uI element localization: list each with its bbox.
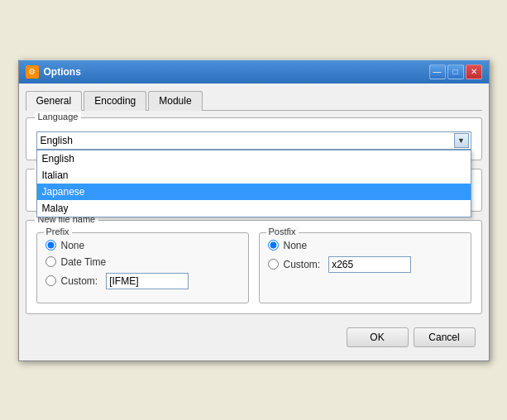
- postfix-none-radio[interactable]: [268, 240, 279, 251]
- prefix-column: Prefix None Date Time Custom:: [36, 232, 249, 303]
- title-bar: ⚙ Options — □ ✕: [19, 60, 489, 84]
- language-dropdown-container: English ▼ English Italian Japanese Malay: [36, 131, 471, 150]
- dropdown-arrow-icon: ▼: [454, 133, 469, 148]
- language-option-italian[interactable]: Italian: [37, 167, 471, 184]
- prefix-custom-label: Custom:: [61, 275, 98, 287]
- tab-encoding[interactable]: Encoding: [84, 91, 146, 111]
- cancel-button[interactable]: Cancel: [414, 327, 476, 347]
- language-selected-value: English: [41, 135, 73, 146]
- postfix-none-label: None: [284, 240, 308, 251]
- language-option-malay[interactable]: Malay: [37, 200, 471, 217]
- postfix-custom-label: Custom:: [284, 259, 321, 270]
- title-bar-left: ⚙ Options: [26, 65, 81, 79]
- window-body: General Encoding Module Language English…: [19, 84, 489, 360]
- ok-button[interactable]: OK: [347, 327, 409, 347]
- prefix-postfix-columns: Prefix None Date Time Custom:: [36, 232, 471, 303]
- prefix-label: Prefix: [44, 227, 72, 236]
- prefix-datetime-radio[interactable]: [45, 256, 56, 267]
- prefix-datetime-label: Date Time: [61, 256, 107, 268]
- title-bar-buttons: — □ ✕: [429, 64, 482, 79]
- new-file-group: New file name Prefix None Date Time: [26, 220, 482, 314]
- close-button[interactable]: ✕: [466, 64, 482, 79]
- language-group: Language English ▼ English Italian Japan…: [26, 117, 482, 160]
- postfix-custom-radio[interactable]: [268, 259, 279, 270]
- window-icon: ⚙: [26, 65, 39, 79]
- maximize-button[interactable]: □: [447, 64, 464, 79]
- prefix-custom-row: Custom:: [45, 273, 240, 289]
- prefix-none-radio[interactable]: [45, 240, 56, 251]
- footer: OK Cancel: [26, 322, 482, 354]
- postfix-custom-input[interactable]: [328, 256, 411, 273]
- tab-bar: General Encoding Module: [26, 90, 482, 111]
- options-window: ⚙ Options — □ ✕ General Encoding Module …: [18, 60, 490, 361]
- prefix-none-row: None: [45, 240, 240, 251]
- prefix-datetime-row: Date Time: [45, 256, 240, 268]
- prefix-custom-radio[interactable]: [45, 275, 56, 286]
- window-title: Options: [44, 66, 81, 78]
- postfix-column: Postfix None Custom:: [259, 232, 471, 303]
- language-dropdown[interactable]: English ▼: [36, 131, 471, 150]
- language-dropdown-list: English Italian Japanese Malay: [36, 150, 471, 217]
- language-option-english[interactable]: English: [37, 150, 471, 167]
- postfix-label: Postfix: [266, 227, 299, 236]
- tab-general[interactable]: General: [26, 91, 83, 111]
- tab-module[interactable]: Module: [148, 91, 202, 111]
- prefix-custom-input[interactable]: [106, 273, 189, 289]
- language-group-label: Language: [35, 112, 82, 122]
- postfix-custom-row: Custom:: [268, 256, 462, 273]
- postfix-none-row: None: [268, 240, 462, 251]
- language-option-japanese[interactable]: Japanese: [37, 184, 471, 200]
- prefix-none-label: None: [61, 240, 85, 251]
- minimize-button[interactable]: —: [429, 64, 446, 79]
